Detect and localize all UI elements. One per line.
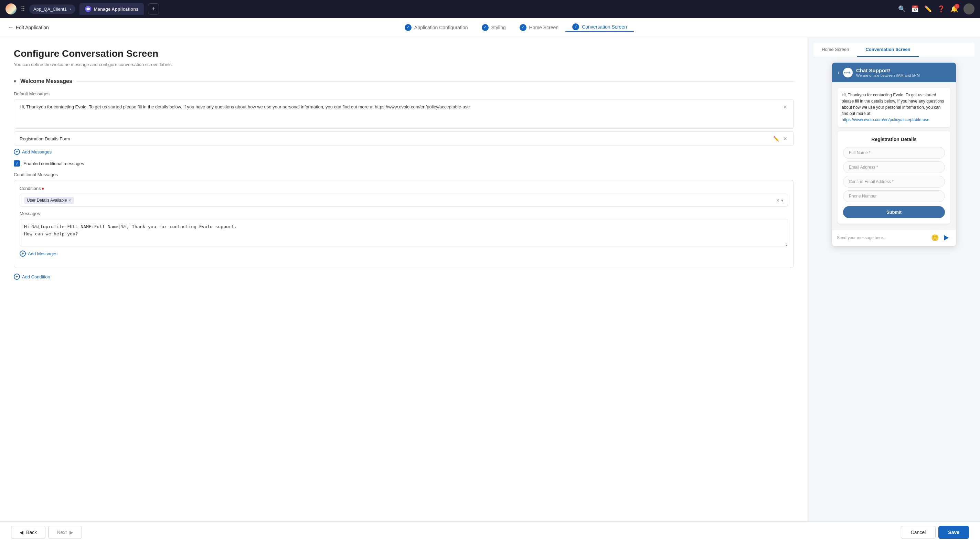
message-2-text[interactable]: Registration Details Form [20, 136, 70, 142]
topbar: ⠿ App_QA_Client1 ▾ 💬 Manage Applications… [0, 0, 980, 18]
welcome-messages-title: Welcome Messages [20, 78, 72, 84]
conditional-messages-checkbox-row: ✓ Enabled conditional messages [14, 160, 794, 167]
welcome-messages-section-header: ▾ Welcome Messages [14, 78, 794, 84]
manage-applications-tab[interactable]: 💬 Manage Applications [80, 3, 144, 15]
message-1-actions: ✕ [783, 104, 788, 110]
checkbox-check-icon: ✓ [16, 161, 19, 166]
emoji-icon[interactable]: 🙂 [931, 234, 939, 242]
conditions-select[interactable]: User Details Available ✕ ✕ ▾ [20, 194, 788, 207]
right-panel: Home Screen Conversation Screen ‹ evolo … [808, 37, 980, 521]
conditional-message-textarea[interactable]: Hi %%[toprofile_FULL_NAME:Full Name]%%, … [20, 219, 788, 246]
chat-message-input[interactable]: Send your message here... [837, 236, 931, 240]
calendar-icon[interactable]: 📅 [911, 5, 919, 13]
back-button-label: Back [26, 530, 37, 535]
app-logo [5, 3, 16, 14]
chat-form-fullname[interactable]: Full Name * [843, 147, 945, 159]
breadcrumb-bar: ← Edit Application ✓ Application Configu… [0, 18, 980, 37]
add-messages-cond-label: Add Messages [28, 251, 57, 256]
conditional-messages-checkbox-label: Enabled conditional messages [24, 161, 84, 166]
next-button[interactable]: Next ▶ [48, 526, 82, 539]
chat-form-email[interactable]: Email Address * [843, 161, 945, 173]
topbar-actions: 🔍 📅 ✏️ ❓ 🔔 1 [898, 3, 975, 14]
condition-tag-label: User Details Available [27, 198, 67, 203]
save-button[interactable]: Save [939, 526, 969, 539]
chat-form-confirm-email[interactable]: Confirm Email Address * [843, 176, 945, 188]
send-message-button[interactable] [942, 233, 951, 243]
tab-chat-icon: 💬 [85, 6, 91, 12]
cancel-button[interactable]: Cancel [901, 526, 936, 539]
tab-label: Manage Applications [94, 6, 139, 12]
chat-registration-form: Registration Details Full Name * Email A… [838, 131, 950, 224]
next-button-label: Next [57, 530, 67, 535]
chat-form-title: Registration Details [843, 137, 945, 142]
preview-tab-conversation-screen[interactable]: Conversation Screen [857, 43, 918, 57]
notification-badge: 1 [955, 4, 959, 9]
step-conversation-screen-label: Conversation Screen [582, 24, 627, 30]
bottom-nav-buttons: ◀ Back Next ▶ [11, 526, 82, 539]
step-conversation-screen[interactable]: ✓ Conversation Screen [565, 23, 634, 32]
dropdown-chevron-icon[interactable]: ▾ [781, 198, 784, 203]
add-condition-button[interactable]: + Add Condition [14, 274, 794, 280]
message-1-delete-button[interactable]: ✕ [783, 104, 788, 110]
bottom-bar: ◀ Back Next ▶ Cancel Save [0, 521, 980, 543]
section-collapse-toggle[interactable]: ▾ [14, 78, 16, 84]
conditional-messages-checkbox[interactable]: ✓ [14, 160, 20, 167]
back-arrow-icon: ← [8, 24, 14, 30]
chat-header-title: Chat Support! [856, 67, 950, 73]
condition-select-icons: ✕ ▾ [776, 198, 784, 203]
chat-footer: Send your message here... 🙂 [832, 229, 956, 246]
step-app-config-label: Application Configuration [414, 25, 468, 30]
breadcrumb-steps: ✓ Application Configuration ✓ Styling ✓ … [60, 23, 972, 32]
clear-condition-icon[interactable]: ✕ [776, 198, 780, 203]
chat-submit-button[interactable]: Submit [843, 206, 945, 218]
message-1-text[interactable]: Hi, Thankyou for contacting Evolo. To ge… [20, 104, 780, 124]
preview-tabs: Home Screen Conversation Screen [813, 43, 975, 57]
default-messages-label: Default Messages [14, 91, 794, 96]
back-button[interactable]: ◀ Back [11, 526, 45, 539]
condition-tag-remove-button[interactable]: ✕ [68, 199, 71, 202]
app-selector[interactable]: App_QA_Client1 ▾ [29, 5, 75, 14]
conditional-messages-box: Conditions● User Details Available ✕ ✕ ▾… [14, 180, 794, 268]
message-2-delete-button[interactable]: ✕ [783, 135, 788, 142]
message-2-edit-button[interactable]: ✏️ [773, 135, 780, 142]
add-tab-button[interactable]: + [148, 3, 159, 14]
chat-header-info: Chat Support! We are online between 8AM … [856, 67, 950, 77]
step-check-app-config: ✓ [405, 24, 412, 31]
breadcrumb-edit-label: Edit Application [16, 25, 49, 30]
chevron-down-icon: ▾ [70, 7, 71, 11]
step-home-screen-label: Home Screen [529, 25, 559, 30]
step-check-styling: ✓ [482, 24, 488, 31]
chat-body: Hi, Thankyou for contacting Evolo. To ge… [832, 82, 956, 229]
search-icon[interactable]: 🔍 [898, 5, 906, 13]
add-condition-icon: + [14, 274, 20, 280]
grid-icon[interactable]: ⠿ [21, 5, 25, 13]
back-to-edit-button[interactable]: ← Edit Application [8, 24, 49, 30]
chat-form-phone[interactable]: Phone Number [843, 190, 945, 202]
page-title: Configure Conversation Screen [14, 48, 794, 59]
step-home-screen[interactable]: ✓ Home Screen [513, 24, 566, 31]
chat-message-bubble: Hi, Thankyou for contacting Evolo. To ge… [838, 88, 950, 127]
step-app-config[interactable]: ✓ Application Configuration [398, 24, 475, 31]
user-avatar[interactable] [964, 3, 975, 14]
chat-back-icon[interactable]: ‹ [838, 69, 840, 76]
chat-header: ‹ evolo Chat Support! We are online betw… [832, 63, 956, 82]
notifications-icon[interactable]: 🔔 1 [950, 5, 958, 13]
step-styling[interactable]: ✓ Styling [475, 24, 513, 31]
preview-tab-home-screen[interactable]: Home Screen [813, 43, 857, 57]
bottom-action-buttons: Cancel Save [901, 526, 969, 539]
add-messages-cond-icon: + [20, 250, 26, 257]
add-messages-button[interactable]: + Add Messages [14, 149, 794, 155]
add-messages-cond-button[interactable]: + Add Messages [20, 250, 788, 257]
edit-icon[interactable]: ✏️ [924, 5, 932, 13]
chat-logo-text: evolo [845, 71, 852, 74]
step-check-home-screen: ✓ [520, 24, 527, 31]
app-name: App_QA_Client1 [33, 6, 67, 12]
chat-header-subtitle: We are online between 8AM and 5PM [856, 73, 950, 77]
message-item-1: Hi, Thankyou for contacting Evolo. To ge… [14, 99, 794, 129]
messages-inner-label: Messages [20, 211, 788, 216]
chat-bubble-link: https://www.evolo.com/en/policy/acceptab… [842, 117, 929, 122]
conditions-required-dot: ● [41, 186, 44, 191]
condition-tag-user-details: User Details Available ✕ [24, 197, 74, 204]
help-icon[interactable]: ❓ [937, 5, 945, 13]
conditions-label: Conditions● [20, 186, 788, 191]
